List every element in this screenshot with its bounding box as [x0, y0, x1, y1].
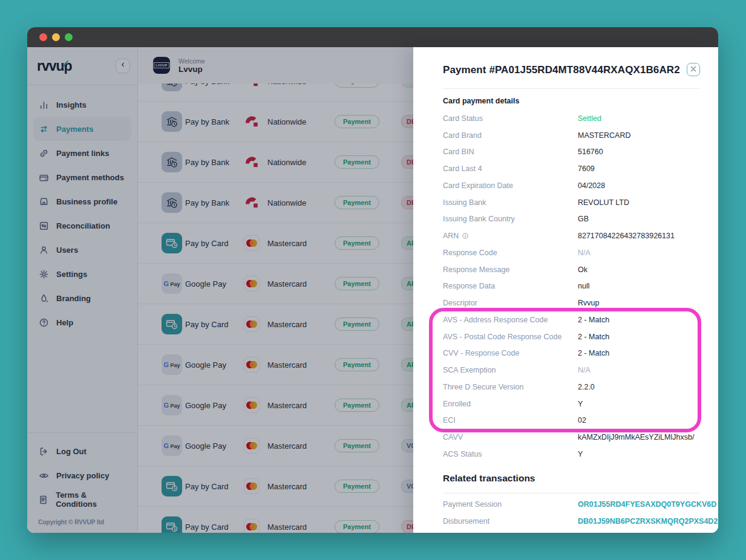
field-value: GB	[578, 215, 700, 223]
payment-type-badge: Payment	[335, 520, 379, 533]
detail-field-row: DescriptorRvvup	[443, 295, 700, 311]
detail-field-row: ACS StatusY	[443, 446, 700, 463]
field-value: N/A	[578, 249, 700, 257]
payment-type-badge: Payment	[335, 358, 379, 371]
sidebar-item-business-profile[interactable]: Business profile	[33, 189, 131, 213]
sidebar-item-label: Payments	[56, 125, 93, 134]
sidebar-footer-item-privacy-policy[interactable]: Privacy policy	[33, 463, 131, 487]
panel-divider	[443, 88, 700, 89]
maximize-window-button[interactable]	[65, 33, 73, 41]
close-window-button[interactable]	[39, 33, 47, 41]
sidebar-footer-item-label: Terms & Conditions	[56, 490, 126, 509]
field-label: Card BIN	[443, 148, 578, 156]
sidebar-item-payment-links[interactable]: Payment links	[33, 141, 131, 165]
field-label: ACS Status	[443, 450, 578, 458]
field-value: 04/2028	[578, 181, 700, 190]
terms-icon	[38, 494, 48, 505]
panel-close-button[interactable]	[687, 63, 700, 76]
field-value: null	[578, 282, 700, 290]
google-pay-icon: G Pay	[162, 395, 182, 415]
field-label: ARN	[443, 232, 578, 240]
payment-method-label: Google Pay	[185, 401, 226, 410]
info-icon[interactable]	[462, 232, 469, 239]
provider-label: Mastercard	[267, 279, 307, 288]
field-value: 02	[578, 416, 700, 425]
detail-field-row: Response MessageOk	[443, 261, 700, 278]
field-label: AVS - Address Response Code	[443, 316, 578, 324]
sidebar-item-reconciliation[interactable]: Reconciliation	[33, 213, 131, 238]
mastercard-logo	[244, 316, 260, 332]
mastercard-logo	[244, 235, 260, 251]
detail-field-row: Payment SessionOR01J55RD4FYESAXDQ0T9YGCK…	[443, 496, 700, 513]
google-pay-icon: G Pay	[162, 354, 182, 375]
field-label: CVV - Response Code	[443, 349, 578, 357]
field-value: 2 - Match	[578, 316, 700, 324]
avatar: LVVUP	[153, 57, 170, 74]
sidebar-item-branding[interactable]: Branding	[33, 286, 131, 310]
provider-label: Mastercard	[267, 523, 307, 532]
users-icon	[38, 244, 49, 255]
nationwide-logo	[244, 114, 260, 129]
sidebar-item-payment-methods[interactable]: Payment methods	[33, 165, 131, 189]
payment-type-badge: Payment	[335, 399, 379, 412]
detail-field-row: CAVVkAMZxDIjJ9mMkAEsYZiLMlJhxsb/	[443, 429, 700, 446]
related-transactions: Payment SessionOR01J55RD4FYESAXDQ0T9YGCK…	[443, 496, 700, 530]
field-value-link[interactable]: DB01J59NB6PCZRXSKMQRQ2PXS4D2	[578, 517, 718, 526]
pay-by-bank-icon	[162, 192, 182, 213]
mastercard-logo	[244, 397, 260, 413]
sidebar-item-users[interactable]: Users	[33, 238, 131, 262]
field-label: Card Brand	[443, 131, 578, 140]
branding-icon	[38, 293, 49, 304]
sidebar-footer-item-terms-conditions[interactable]: Terms & Conditions	[33, 487, 131, 512]
provider-label: Mastercard	[267, 441, 307, 451]
pay-by-bank-icon	[162, 111, 182, 132]
sidebar-item-label: Settings	[56, 270, 87, 279]
payment-type-badge: Payment	[335, 155, 379, 169]
merchant-name: Lvvup	[178, 65, 205, 74]
eye-icon	[38, 470, 49, 481]
section-heading: Card payment details	[443, 96, 700, 106]
sidebar-item-label: Reconciliation	[56, 221, 110, 230]
sidebar-footer-item-log-out[interactable]: Log Out	[33, 439, 131, 463]
detail-field-row: Card BrandMASTERCARD	[443, 127, 700, 144]
copyright-text: Copyright © RVVUP ltd	[33, 512, 131, 526]
sidebar-item-label: Help	[56, 318, 73, 327]
sidebar-collapse-button[interactable]	[116, 59, 130, 73]
minimize-window-button[interactable]	[52, 33, 60, 41]
provider-label: Nationwide	[267, 198, 306, 207]
provider-label: Mastercard	[267, 320, 307, 329]
field-label: Three D Secure Version	[443, 383, 578, 391]
sidebar-item-label: Branding	[56, 294, 91, 303]
field-label: Issuing Bank Country	[443, 215, 578, 223]
pay-by-card-icon	[162, 314, 182, 334]
detail-field-row: Three D Secure Version2.2.0	[443, 379, 700, 396]
settings-icon	[38, 269, 49, 279]
field-value: MASTERCARD	[578, 131, 700, 140]
sidebar-item-label: Business profile	[56, 197, 117, 206]
detail-field-row: Response Datanull	[443, 278, 700, 295]
sidebar-footer: Log OutPrivacy policyTerms & Conditions …	[33, 432, 131, 526]
field-label: Card Last 4	[443, 164, 578, 173]
sidebar-item-insights[interactable]: Insights	[33, 93, 131, 117]
field-label: SCA Exemption	[443, 366, 578, 374]
payment-method-label: Pay by Card	[185, 523, 229, 532]
close-icon	[690, 64, 697, 75]
detail-field-row: ARN82717084226432783926131	[443, 227, 700, 244]
field-label: Descriptor	[443, 299, 578, 307]
field-label: Payment Session	[443, 500, 578, 509]
sidebar-item-payments[interactable]: Payments	[33, 117, 131, 141]
field-value-link[interactable]: OR01J55RD4FYESAXDQ0T9YGCKV6D	[578, 500, 716, 509]
sidebar-item-settings[interactable]: Settings	[33, 262, 131, 286]
detail-field-row: EnrolledY	[443, 396, 700, 412]
field-label: Issuing Bank	[443, 198, 578, 207]
field-value: 2 - Match	[578, 349, 700, 357]
pay-by-bank-icon	[162, 152, 182, 172]
mastercard-logo	[244, 276, 260, 291]
sidebar-item-help[interactable]: Help	[33, 310, 131, 334]
detail-field-row: AVS - Address Response Code2 - Match	[443, 311, 700, 328]
sidebar-footer-divider	[27, 432, 137, 433]
detail-field-row: Response CodeN/A	[443, 244, 700, 261]
avatar-text: LVVUP	[154, 62, 169, 68]
detail-field-row: AVS - Postal Code Response Code2 - Match	[443, 328, 700, 345]
titlebar	[27, 27, 718, 47]
